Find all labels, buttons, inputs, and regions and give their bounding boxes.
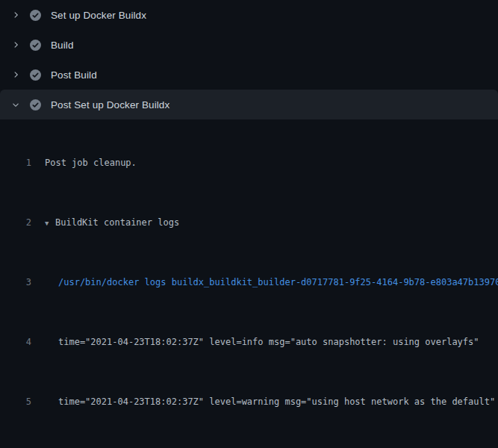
check-circle-icon xyxy=(30,99,41,111)
chevron-down-icon xyxy=(11,100,20,109)
log-text: time="2021-04-23T18:02:37Z" level=info m… xyxy=(58,335,479,349)
line-number[interactable]: 2 xyxy=(0,215,31,230)
log-viewer: 1 Post job cleanup. 2 ▼BuildKit containe… xyxy=(0,119,498,448)
step-header-post-build[interactable]: Post Build xyxy=(0,60,498,90)
chevron-right-icon xyxy=(11,10,20,19)
check-circle-icon xyxy=(30,40,41,51)
line-number[interactable]: 1 xyxy=(0,155,31,170)
step-label: Post Set up Docker Buildx xyxy=(51,99,169,111)
check-circle-icon xyxy=(30,69,41,81)
group-toggle-caret[interactable]: ▼ xyxy=(45,216,55,231)
chevron-right-icon xyxy=(11,70,20,79)
log-text: Post job cleanup. xyxy=(45,155,137,170)
step-list: Set up Docker Buildx Build Post Build Po… xyxy=(0,0,498,119)
log-command-text: /usr/bin/docker logs buildx_buildkit_bui… xyxy=(58,275,498,290)
check-circle-icon xyxy=(30,10,41,21)
line-number[interactable]: 4 xyxy=(0,335,31,349)
line-number[interactable]: 5 xyxy=(0,394,31,409)
chevron-right-icon xyxy=(11,40,20,49)
step-label: Set up Docker Buildx xyxy=(51,10,146,21)
line-number[interactable]: 3 xyxy=(0,275,31,290)
step-label: Post Build xyxy=(51,69,97,81)
step-header-build[interactable]: Build xyxy=(0,30,498,60)
log-group-title: ▼BuildKit container logs xyxy=(45,215,179,230)
step-header-set-up-docker-buildx[interactable]: Set up Docker Buildx xyxy=(0,0,498,30)
log-text: time="2021-04-23T18:02:37Z" level=warnin… xyxy=(58,394,495,409)
step-label: Build xyxy=(51,40,74,51)
step-header-post-set-up-docker-buildx[interactable]: Post Set up Docker Buildx xyxy=(0,90,498,119)
